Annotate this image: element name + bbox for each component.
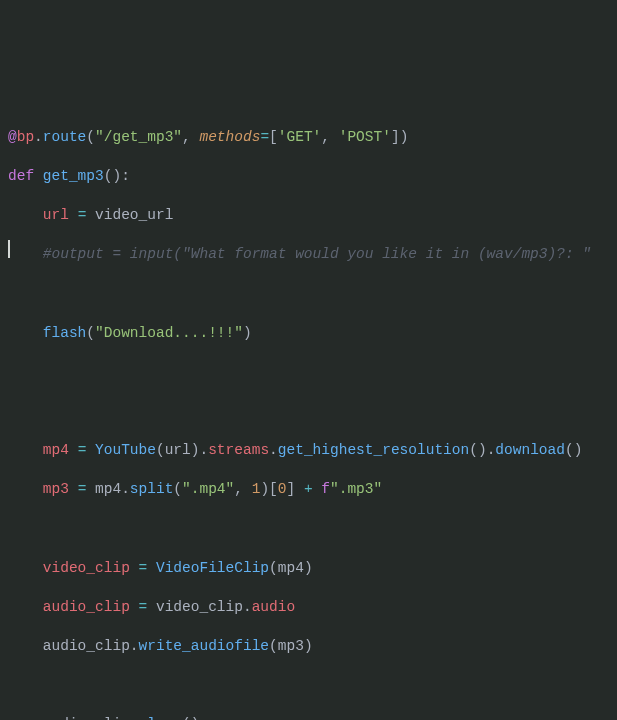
indent [8, 442, 43, 458]
code-editor[interactable]: @bp.route("/get_mp3", methods=['GET', 'P… [0, 0, 617, 720]
var-videoclip: video_clip [156, 599, 243, 615]
code-line[interactable]: audio_clip.write_audiofile(mp3) [8, 637, 617, 657]
call-flash: flash [43, 325, 87, 341]
var-mp4: mp4 [95, 481, 121, 497]
var-mp3: mp3 [43, 481, 69, 497]
space [69, 207, 78, 223]
string-post: 'POST' [339, 129, 391, 145]
parens: () [182, 716, 199, 720]
code-line[interactable]: mp4 = YouTube(url).streams.get_highest_r… [8, 441, 617, 461]
dot: . [130, 638, 139, 654]
code-line[interactable]: @bp.route("/get_mp3", methods=['GET', 'P… [8, 128, 617, 148]
equals: = [139, 599, 148, 615]
blank-line[interactable] [8, 519, 617, 539]
code-line[interactable]: url = video_url [8, 206, 617, 226]
code-line[interactable]: #output = input("What format would you l… [8, 245, 617, 265]
indent [8, 638, 43, 654]
paren-open: ( [269, 638, 278, 654]
method-split: split [130, 481, 174, 497]
indent [8, 207, 43, 223]
class-youtube: YouTube [95, 442, 156, 458]
code-line[interactable]: flash("Download....!!!") [8, 324, 617, 344]
parens: () [565, 442, 582, 458]
comma: , [182, 129, 199, 145]
bracket-close: ] [287, 481, 296, 497]
var-url: url [43, 207, 69, 223]
paren-open: ( [86, 129, 95, 145]
string-get: 'GET' [278, 129, 322, 145]
bracket-open: [ [269, 481, 278, 497]
arg-url: url [165, 442, 191, 458]
decorator-obj: bp [17, 129, 34, 145]
space [69, 481, 78, 497]
dot: . [269, 442, 278, 458]
string-mp3ext: ".mp3" [330, 481, 382, 497]
comment: #output = input("What format would you l… [43, 246, 591, 262]
space [86, 481, 95, 497]
code-line[interactable]: mp3 = mp4.split(".mp4", 1)[0] + f".mp3" [8, 480, 617, 500]
indent [8, 716, 43, 720]
space [86, 207, 95, 223]
method-writeaudio: write_audiofile [139, 638, 270, 654]
var-mp4: mp4 [43, 442, 69, 458]
paren-open: ( [86, 325, 95, 341]
dot: . [121, 481, 130, 497]
indent [8, 599, 43, 615]
method-download: download [495, 442, 565, 458]
paren-colon: (): [104, 168, 130, 184]
dot: . [199, 442, 208, 458]
blank-line[interactable] [8, 402, 617, 422]
code-line[interactable]: video_clip = VideoFileClip(mp4) [8, 559, 617, 579]
kwarg-methods: methods [199, 129, 260, 145]
code-line[interactable]: audio_clip = video_clip.audio [8, 598, 617, 618]
equals: = [260, 129, 269, 145]
class-videofile: VideoFileClip [156, 560, 269, 576]
var-video-url: video_url [95, 207, 173, 223]
code-line[interactable]: def get_mp3(): [8, 167, 617, 187]
space [130, 599, 139, 615]
string-path: "/get_mp3" [95, 129, 182, 145]
method-route: route [43, 129, 87, 145]
var-audioclip: audio_clip [43, 638, 130, 654]
indent [8, 246, 43, 262]
paren-close: ) [304, 638, 313, 654]
attr-streams: streams [208, 442, 269, 458]
var-videoclip: video_clip [43, 560, 130, 576]
plus: + [304, 481, 313, 497]
space [86, 442, 95, 458]
space [147, 560, 156, 576]
blank-line[interactable] [8, 676, 617, 696]
number-zero: 0 [278, 481, 287, 497]
blank-line[interactable] [8, 284, 617, 304]
var-audioclip: audio_clip [43, 716, 130, 720]
paren-close: ) [400, 129, 409, 145]
method-close: close [139, 716, 183, 720]
string-ext: ".mp4" [182, 481, 234, 497]
paren-close: ) [243, 325, 252, 341]
arg-mp3: mp3 [278, 638, 304, 654]
code-line[interactable]: audio_clip.close() [8, 715, 617, 720]
keyword-def: def [8, 168, 34, 184]
space [130, 560, 139, 576]
parens: () [469, 442, 486, 458]
paren-open: ( [269, 560, 278, 576]
space [34, 168, 43, 184]
bracket-open: [ [269, 129, 278, 145]
paren-open: ( [156, 442, 165, 458]
space [313, 481, 322, 497]
indent [8, 481, 43, 497]
paren-close: ) [304, 560, 313, 576]
decorator-at: @ [8, 129, 17, 145]
blank-line[interactable] [8, 363, 617, 383]
space [147, 599, 156, 615]
indent [8, 325, 43, 341]
dot: . [34, 129, 43, 145]
paren-close: ) [260, 481, 269, 497]
space [295, 481, 304, 497]
var-audioclip: audio_clip [43, 599, 130, 615]
comma: , [321, 129, 338, 145]
comma: , [234, 481, 251, 497]
indent [8, 560, 43, 576]
function-name: get_mp3 [43, 168, 104, 184]
string-msg: "Download....!!!" [95, 325, 243, 341]
